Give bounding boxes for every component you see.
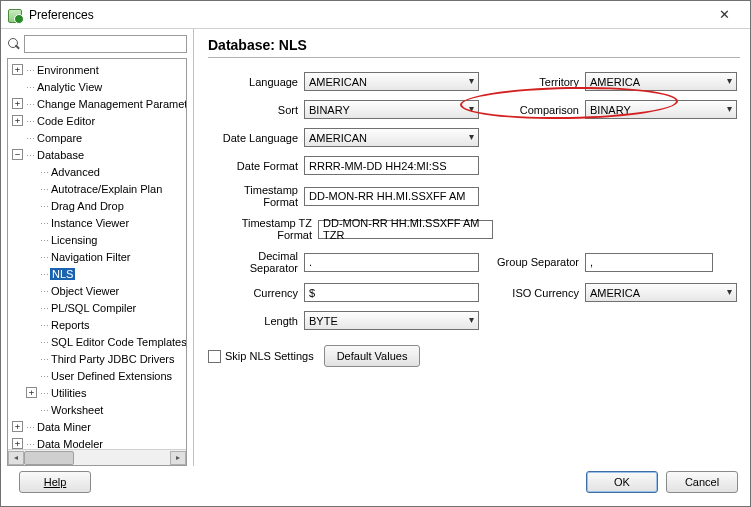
tree-item[interactable]: NLS bbox=[12, 265, 187, 282]
sort-label: Sort bbox=[208, 104, 304, 116]
tree-item[interactable]: User Defined Extensions bbox=[12, 367, 187, 384]
territory-select[interactable]: AMERICA bbox=[585, 72, 737, 91]
date-format-input[interactable]: RRRR-MM-DD HH24:MI:SS bbox=[304, 156, 479, 175]
tree-item[interactable]: Third Party JDBC Drivers bbox=[12, 350, 187, 367]
tree-toggle-none bbox=[26, 268, 37, 279]
tree-connector bbox=[40, 200, 50, 211]
tree-item[interactable]: Analytic View bbox=[12, 78, 187, 95]
help-button[interactable]: Help bbox=[19, 471, 91, 493]
expand-icon[interactable]: + bbox=[26, 387, 37, 398]
tree-item[interactable]: Instance Viewer bbox=[12, 214, 187, 231]
tree-connector bbox=[40, 336, 50, 347]
tree-item[interactable]: Reports bbox=[12, 316, 187, 333]
scroll-thumb[interactable] bbox=[24, 451, 74, 465]
iso-currency-select[interactable]: AMERICA bbox=[585, 283, 737, 302]
tree-item[interactable]: +Utilities bbox=[12, 384, 187, 401]
tree-item-label: Data Miner bbox=[36, 421, 92, 433]
currency-input[interactable]: $ bbox=[304, 283, 479, 302]
skip-nls-checkbox[interactable]: Skip NLS Settings bbox=[208, 350, 314, 363]
tree-item[interactable]: Advanced bbox=[12, 163, 187, 180]
tree-connector bbox=[40, 285, 50, 296]
tree-item-label: Analytic View bbox=[36, 81, 103, 93]
tree-connector bbox=[40, 404, 50, 415]
tree-item[interactable]: Worksheet bbox=[12, 401, 187, 418]
tree-item-label: Instance Viewer bbox=[50, 217, 130, 229]
language-select[interactable]: AMERICAN bbox=[304, 72, 479, 91]
tree-item[interactable]: Drag And Drop bbox=[12, 197, 187, 214]
length-label: Length bbox=[208, 315, 304, 327]
tree-connector bbox=[26, 81, 36, 92]
close-icon: ✕ bbox=[719, 7, 730, 22]
tree-item[interactable]: Object Viewer bbox=[12, 282, 187, 299]
tree-connector bbox=[26, 149, 36, 160]
app-icon bbox=[7, 7, 23, 23]
timestamp-tz-format-input[interactable]: DD-MON-RR HH.MI.SSXFF AM TZR bbox=[318, 220, 493, 239]
tree-item[interactable]: +Data Miner bbox=[12, 418, 187, 435]
comparison-select[interactable]: BINARY bbox=[585, 100, 737, 119]
cancel-button[interactable]: Cancel bbox=[666, 471, 738, 493]
tree-item-label: Data Modeler bbox=[36, 438, 104, 450]
decimal-sep-input[interactable]: . bbox=[304, 253, 479, 272]
tree-item[interactable]: Autotrace/Explain Plan bbox=[12, 180, 187, 197]
close-button[interactable]: ✕ bbox=[704, 5, 744, 25]
search-input[interactable] bbox=[24, 35, 187, 53]
tree-item[interactable]: Compare bbox=[12, 129, 187, 146]
tree-item[interactable]: −Database bbox=[12, 146, 187, 163]
tree-connector bbox=[26, 115, 36, 126]
tree-item-label: NLS bbox=[50, 268, 75, 280]
expand-icon[interactable]: + bbox=[12, 438, 23, 449]
scroll-left-button[interactable]: ◂ bbox=[8, 451, 24, 465]
tree-toggle-none bbox=[26, 251, 37, 262]
date-format-label: Date Format bbox=[208, 160, 304, 172]
language-label: Language bbox=[208, 76, 304, 88]
tree-item[interactable]: +Environment bbox=[12, 61, 187, 78]
tree-item-label: Navigation Filter bbox=[50, 251, 131, 263]
timestamp-format-input[interactable]: DD-MON-RR HH.MI.SSXFF AM bbox=[304, 187, 479, 206]
tree-item-label: Environment bbox=[36, 64, 100, 76]
tree-toggle-none bbox=[26, 370, 37, 381]
territory-label: Territory bbox=[497, 76, 585, 88]
date-language-select[interactable]: AMERICAN bbox=[304, 128, 479, 147]
scroll-right-button[interactable]: ▸ bbox=[170, 451, 186, 465]
page-title: Database: NLS bbox=[208, 37, 740, 58]
expand-icon[interactable]: + bbox=[12, 64, 23, 75]
tree-connector bbox=[40, 353, 50, 364]
tree-connector bbox=[40, 370, 50, 381]
group-sep-input[interactable]: , bbox=[585, 253, 713, 272]
tree-connector bbox=[26, 132, 36, 143]
currency-label: Currency bbox=[208, 287, 304, 299]
tree-item-label: PL/SQL Compiler bbox=[50, 302, 137, 314]
tree-item-label: Object Viewer bbox=[50, 285, 120, 297]
tree-toggle-none bbox=[26, 302, 37, 313]
tree-connector bbox=[40, 302, 50, 313]
tree-item-label: Utilities bbox=[50, 387, 87, 399]
tree-item-label: Change Management Parameters bbox=[36, 98, 187, 110]
tree-item[interactable]: Navigation Filter bbox=[12, 248, 187, 265]
tree-connector bbox=[40, 166, 50, 177]
tree-toggle-none bbox=[26, 285, 37, 296]
expand-icon[interactable]: + bbox=[12, 421, 23, 432]
default-values-button[interactable]: Default Values bbox=[324, 345, 421, 367]
expand-icon[interactable]: + bbox=[12, 98, 23, 109]
iso-currency-label: ISO Currency bbox=[497, 287, 585, 299]
ok-button[interactable]: OK bbox=[586, 471, 658, 493]
tree-h-scrollbar[interactable]: ◂ ▸ bbox=[8, 449, 186, 465]
tree-connector bbox=[26, 64, 36, 75]
tree-connector bbox=[40, 183, 50, 194]
length-select[interactable]: BYTE bbox=[304, 311, 479, 330]
tree-item-label: Third Party JDBC Drivers bbox=[50, 353, 175, 365]
skip-nls-label: Skip NLS Settings bbox=[225, 350, 314, 362]
collapse-icon[interactable]: − bbox=[12, 149, 23, 160]
tree-item[interactable]: SQL Editor Code Templates bbox=[12, 333, 187, 350]
tree-item[interactable]: PL/SQL Compiler bbox=[12, 299, 187, 316]
expand-icon[interactable]: + bbox=[12, 115, 23, 126]
footer: Help OK Cancel bbox=[1, 466, 750, 506]
date-language-label: Date Language bbox=[208, 132, 304, 144]
tree-connector bbox=[26, 421, 36, 432]
tree-item-label: Code Editor bbox=[36, 115, 96, 127]
tree-item[interactable]: Licensing bbox=[12, 231, 187, 248]
tree-item[interactable]: +Code Editor bbox=[12, 112, 187, 129]
sort-select[interactable]: BINARY bbox=[304, 100, 479, 119]
tree-item-label: Compare bbox=[36, 132, 83, 144]
tree-item[interactable]: +Change Management Parameters bbox=[12, 95, 187, 112]
